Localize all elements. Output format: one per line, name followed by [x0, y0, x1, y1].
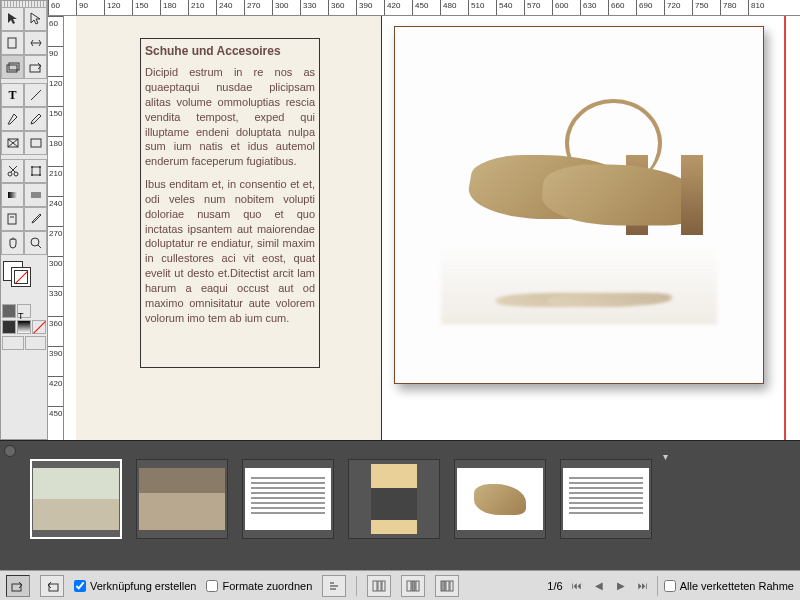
preview-view-icon[interactable] — [25, 336, 47, 350]
content-collector-tool[interactable] — [1, 55, 24, 79]
note-tool[interactable] — [1, 207, 24, 231]
svg-rect-19 — [31, 192, 41, 198]
direct-selection-tool[interactable] — [24, 7, 47, 31]
svg-line-23 — [38, 245, 41, 248]
page-edge — [381, 16, 382, 440]
svg-rect-8 — [31, 139, 41, 147]
svg-rect-27 — [378, 581, 381, 591]
svg-rect-33 — [446, 581, 449, 591]
gap-tool[interactable] — [24, 31, 47, 55]
place-button[interactable] — [40, 575, 64, 597]
svg-point-14 — [31, 166, 33, 168]
next-page-button[interactable]: ▶ — [613, 578, 629, 594]
formats-checkbox[interactable]: Formate zuordnen — [206, 580, 312, 592]
image-frame[interactable] — [394, 26, 764, 384]
pen-tool[interactable] — [1, 107, 24, 131]
thumbnail-5[interactable] — [454, 459, 546, 539]
text-para-2: Ibus enditam et, in consentio et et, odi… — [145, 177, 315, 325]
place-mode-3[interactable] — [435, 575, 459, 597]
text-para-1: Dicipid estrum in re nos as quaeptaqui n… — [145, 65, 315, 169]
thumbnail-3[interactable] — [242, 459, 334, 539]
selection-tool[interactable] — [1, 7, 24, 31]
svg-rect-18 — [8, 192, 18, 198]
panel-close-button[interactable] — [4, 445, 16, 457]
text-frame[interactable]: Schuhe und Accesoires Dicipid estrum in … — [140, 38, 320, 368]
svg-point-22 — [31, 238, 39, 246]
rectangle-tool[interactable] — [24, 131, 47, 155]
gradient-swatch-tool[interactable] — [1, 183, 24, 207]
scissors-tool[interactable] — [1, 159, 24, 183]
horizontal-ruler[interactable]: 6090120150180210240270300330360390420450… — [48, 0, 800, 16]
document-canvas[interactable]: Schuhe und Accesoires Dicipid estrum in … — [64, 16, 800, 440]
link-checkbox-label: Verknüpfung erstellen — [90, 580, 196, 592]
link-checkbox[interactable]: Verknüpfung erstellen — [74, 580, 196, 592]
svg-point-10 — [14, 172, 18, 176]
svg-point-17 — [39, 174, 41, 176]
svg-point-9 — [8, 172, 12, 176]
svg-rect-29 — [407, 581, 411, 591]
collect-button[interactable] — [6, 575, 30, 597]
apply-gradient-icon[interactable] — [17, 320, 31, 334]
eyedropper-tool[interactable] — [24, 207, 47, 231]
place-mode-1[interactable] — [367, 575, 391, 597]
apply-none-icon[interactable] — [32, 320, 46, 334]
page-tool[interactable] — [1, 31, 24, 55]
svg-point-15 — [39, 166, 41, 168]
thumbnail-4[interactable] — [348, 459, 440, 539]
svg-rect-28 — [382, 581, 385, 591]
content-conveyor-panel: ▾ Verknüpfung erstellen Formate zuordnen… — [0, 440, 800, 600]
content-placer-tool[interactable] — [24, 55, 47, 79]
panel-footer: Verknüpfung erstellen Formate zuordnen 1… — [0, 570, 800, 600]
place-mode-2[interactable] — [401, 575, 425, 597]
type-tool[interactable]: T — [1, 83, 24, 107]
formats-checkbox-label: Formate zuordnen — [222, 580, 312, 592]
pager: 1/6 ⏮ ◀ ▶ ⏭ Alle verketteten Rahme — [547, 576, 794, 596]
prev-page-button[interactable]: ◀ — [591, 578, 607, 594]
free-transform-tool[interactable] — [24, 159, 47, 183]
zoom-tool[interactable] — [24, 231, 47, 255]
toolbox: T T — [0, 0, 48, 440]
thumbnail-strip — [0, 441, 800, 549]
svg-rect-31 — [416, 581, 419, 591]
first-page-button[interactable]: ⏮ — [569, 578, 585, 594]
thumbnail-2[interactable] — [136, 459, 228, 539]
svg-rect-26 — [373, 581, 377, 591]
svg-rect-32 — [441, 581, 445, 591]
vertical-ruler[interactable]: 6090120150180210240270300330360390420450 — [48, 16, 64, 440]
formatting-text-icon[interactable]: T — [17, 304, 31, 318]
chained-frames-checkbox[interactable]: Alle verketteten Rahme — [664, 580, 794, 592]
rectangle-frame-tool[interactable] — [1, 131, 24, 155]
text-heading: Schuhe und Accesoires — [145, 43, 315, 59]
insert-caret-icon: ▾ — [663, 451, 668, 462]
shoe-image — [395, 27, 763, 383]
chained-checkbox-label: Alle verketteten Rahme — [680, 580, 794, 592]
hand-tool[interactable] — [1, 231, 24, 255]
apply-color-icon[interactable] — [2, 320, 16, 334]
formatting-container-icon[interactable] — [2, 304, 16, 318]
last-page-button[interactable]: ⏭ — [635, 578, 651, 594]
gradient-feather-tool[interactable] — [24, 183, 47, 207]
page-indicator: 1/6 — [547, 580, 562, 592]
guide-line[interactable] — [784, 16, 786, 440]
svg-rect-0 — [8, 38, 16, 48]
svg-rect-13 — [32, 167, 40, 175]
fill-stroke-swatch[interactable] — [1, 259, 47, 303]
thumbnail-1[interactable] — [30, 459, 122, 539]
svg-rect-20 — [8, 214, 16, 224]
pencil-tool[interactable] — [24, 107, 47, 131]
svg-point-16 — [31, 174, 33, 176]
map-styles-button[interactable] — [322, 575, 346, 597]
svg-rect-30 — [412, 581, 415, 591]
svg-rect-34 — [450, 581, 453, 591]
thumbnail-6[interactable] — [560, 459, 652, 539]
normal-view-icon[interactable] — [2, 336, 24, 350]
line-tool[interactable] — [24, 83, 47, 107]
svg-line-4 — [31, 90, 41, 100]
